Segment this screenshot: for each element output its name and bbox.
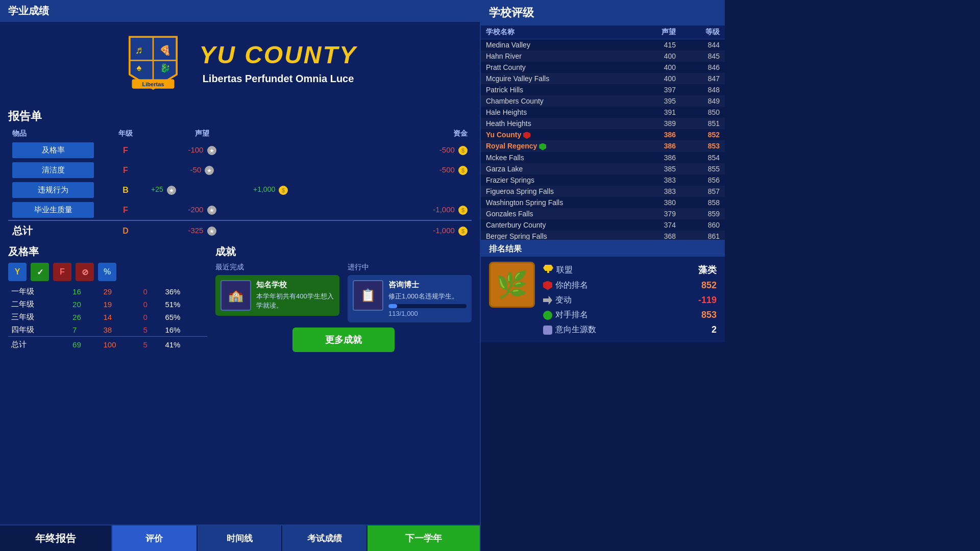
ranking-scroll[interactable]: 学校名称 声望 等级 Medina Valley 415 844 Hahn Ri… xyxy=(481,26,725,240)
school-rank-cell-6: 850 xyxy=(681,107,725,118)
footer-tab-2[interactable]: 考试成绩 xyxy=(282,525,368,552)
ranking-row-11: Garza Lake 385 855 xyxy=(481,163,725,174)
enemy-rank-value: 853 xyxy=(701,310,717,320)
school-name-cell-1: Hahn River xyxy=(481,51,637,62)
school-rep-cell-1: 400 xyxy=(637,51,681,62)
school-rank-cell-3: 847 xyxy=(681,73,725,84)
more-achievements-button[interactable]: 更多成就 xyxy=(292,328,395,352)
item-label-3: 毕业生质量 xyxy=(12,202,94,218)
ranking-row-3: Mcguire Valley Falls 400 847 xyxy=(481,73,725,84)
school-rank-cell-7: 851 xyxy=(681,118,725,129)
rep-cell-3: -200 ★ xyxy=(151,200,253,220)
school-rep-cell-9: 386 xyxy=(637,140,681,152)
school-rank-cell-1: 845 xyxy=(681,51,725,62)
rep-cell-0: -100 ★ xyxy=(151,140,253,160)
pass-rate-total-row: 总计 69 100 5 41% xyxy=(8,337,207,352)
report-row-1: 清洁度 F -50 ★ -500 $ xyxy=(8,160,472,180)
school-rank-cell-16: 860 xyxy=(681,219,725,231)
pass-rate-row-1: 二年级 20 19 0 51% xyxy=(8,298,207,311)
money-cell-2: +1,000 $ xyxy=(253,180,472,200)
school-rep-cell-17: 368 xyxy=(637,231,681,240)
pr-label-2: 三年级 xyxy=(8,311,69,323)
school-rank-cell-4: 848 xyxy=(681,84,725,95)
recent-label: 最近完成 xyxy=(215,263,339,272)
enemy-icon xyxy=(543,311,552,320)
ranking-row-7: Heath Heights 389 851 xyxy=(481,118,725,129)
school-crest-icon: ♬ 🍕 ♠ 🐉 Libertas xyxy=(122,32,184,93)
grade-cell-2: B xyxy=(100,180,151,200)
change-value: -119 xyxy=(698,295,717,306)
school-rep-cell-3: 400 xyxy=(637,73,681,84)
footer-tab-0[interactable]: 评价 xyxy=(112,525,198,552)
ranking-row-0: Medina Valley 415 844 xyxy=(481,39,725,51)
change-arrow-icon xyxy=(543,296,552,305)
ranking-row-8: Yu County 386 852 xyxy=(481,129,725,140)
achievement-block: 成就 最近完成 🏫 知名学校 本学年初共有400学生想入学就读。 xyxy=(215,245,472,519)
achievement-card-completed: 🏫 知名学校 本学年初共有400学生想入学就读。 xyxy=(215,275,339,316)
report-row-3: 毕业生质量 F -200 ★ -1,000 $ xyxy=(8,200,472,220)
person-icon xyxy=(543,325,552,335)
rep-cell-1: -50 ★ xyxy=(151,160,253,180)
coin-icon-2: $ xyxy=(279,186,288,195)
school-rank-cell-5: 849 xyxy=(681,95,725,107)
school-rep-cell-0: 415 xyxy=(637,39,681,51)
school-rank-cell-11: 855 xyxy=(681,163,725,174)
rank-col-rep: 声望 xyxy=(637,26,681,39)
achievement-name-completed: 知名学校 xyxy=(256,280,334,290)
report-table: 物品 年级 声望 资金 及格率 F -100 ★ -500 $ 清洁度 F -5… xyxy=(8,127,472,240)
svg-text:Libertas: Libertas xyxy=(142,81,164,87)
ranking-row-10: Mckee Falls 386 854 xyxy=(481,152,725,163)
shield-red-icon xyxy=(523,132,530,139)
total-coin-icon: $ xyxy=(458,227,468,236)
total-grade: D xyxy=(100,220,151,240)
achievement-title: 成就 xyxy=(215,245,472,259)
svg-text:♬: ♬ xyxy=(135,44,143,56)
pr-label-3: 四年级 xyxy=(8,323,69,337)
pr-v4-2: 65% xyxy=(162,311,207,323)
ranking-row-2: Pratt County 400 846 xyxy=(481,62,725,73)
school-name-cell-5: Chambers County xyxy=(481,95,637,107)
pr-v1-1: 20 xyxy=(69,298,100,311)
school-rep-cell-12: 383 xyxy=(637,174,681,186)
school-motto: Libertas Perfundet Omnia Luce xyxy=(199,73,357,85)
ranking-row-1: Hahn River 400 845 xyxy=(481,51,725,62)
ranking-row-13: Figueroa Spring Falls 383 857 xyxy=(481,186,725,197)
school-name-cell-16: Canterbury County xyxy=(481,219,637,231)
school-name-cell-14: Washington Spring Falls xyxy=(481,197,637,208)
icon-pct: % xyxy=(98,263,116,281)
ranking-row-16: Canterbury County 374 860 xyxy=(481,219,725,231)
item-label-2: 违规行为 xyxy=(12,182,94,198)
change-label: 变动 xyxy=(543,295,572,306)
next-year-button[interactable]: 下一学年 xyxy=(368,525,480,551)
school-name-cell-17: Berger Spring Falls xyxy=(481,231,637,240)
rank-col-name: 学校名称 xyxy=(481,26,637,39)
rep-cell-2: +25 ★ xyxy=(151,180,253,200)
achievement-desc-in-progress: 修正1,000名违规学生。 xyxy=(388,292,467,301)
school-rank-cell-0: 844 xyxy=(681,39,725,51)
footer-tab-1[interactable]: 时间线 xyxy=(198,525,283,552)
pr-total-label: 总计 xyxy=(8,337,69,352)
pr-total-v1: 69 xyxy=(69,337,100,352)
in-progress-label: 进行中 xyxy=(348,263,472,272)
col-money: 资金 xyxy=(253,127,472,140)
school-header: ♬ 🍕 ♠ 🐉 Libertas YU COUNTY Libertas Perf… xyxy=(0,22,480,104)
school-rep-cell-8: 386 xyxy=(637,129,681,140)
pr-v4-0: 36% xyxy=(162,285,207,298)
school-rep-cell-16: 374 xyxy=(637,219,681,231)
intent-value: 2 xyxy=(712,324,717,335)
pr-v1-0: 16 xyxy=(69,285,100,298)
pr-label-0: 一年级 xyxy=(8,285,69,298)
rank-trophy-icon: 🌿 xyxy=(489,262,535,308)
school-name-cell-4: Patrick Hills xyxy=(481,84,637,95)
shield-red-icon xyxy=(543,281,552,290)
school-rank-cell-13: 857 xyxy=(681,186,725,197)
coin-icon-3: $ xyxy=(458,206,468,215)
achievement-row: 最近完成 🏫 知名学校 本学年初共有400学生想入学就读。 进行中 📋 xyxy=(215,263,472,322)
enemy-rank-label: 对手排名 xyxy=(543,310,588,320)
total-label: 总计 xyxy=(8,220,100,240)
school-name-cell-15: Gonzales Falls xyxy=(481,208,637,219)
pass-rate-title: 及格率 xyxy=(8,245,207,259)
ranking-row-5: Chambers County 395 849 xyxy=(481,95,725,107)
school-rank-cell-12: 856 xyxy=(681,174,725,186)
school-name-cell-2: Pratt County xyxy=(481,62,637,73)
